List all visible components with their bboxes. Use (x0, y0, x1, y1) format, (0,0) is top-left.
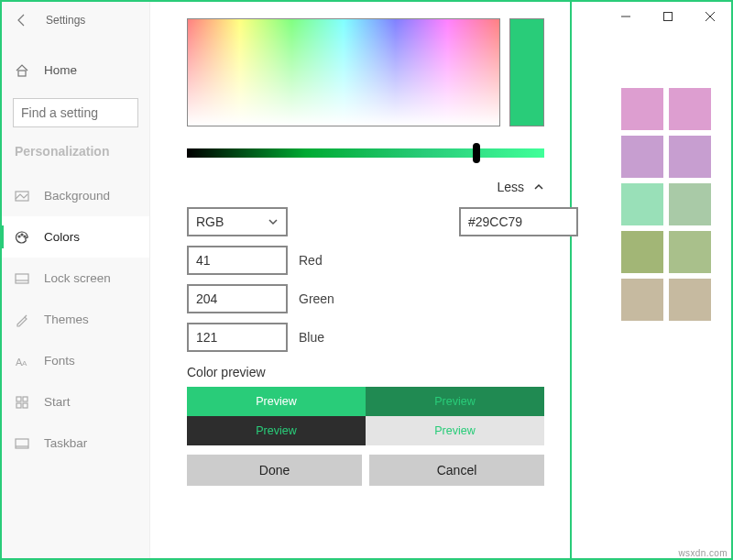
back-arrow-icon (15, 13, 29, 27)
svg-rect-4 (18, 71, 26, 76)
sidebar-heading: Personalization (2, 140, 149, 175)
svg-text:A: A (22, 359, 27, 368)
watermark: wsxdn.com (678, 548, 728, 558)
search-input[interactable] (13, 98, 138, 127)
recent-color-swatch[interactable] (669, 231, 711, 273)
recent-color-swatch[interactable] (621, 183, 663, 225)
sidebar-item-label: Background (44, 189, 110, 203)
color-mode-value: RGB (196, 214, 224, 229)
start-icon (15, 395, 29, 410)
back-title: Settings (46, 14, 85, 27)
recent-color-swatch[interactable] (621, 279, 663, 321)
lightness-thumb[interactable] (473, 143, 480, 163)
sidebar-item-taskbar[interactable]: Taskbar (2, 423, 149, 464)
green-label: Green (299, 291, 334, 306)
less-label: Less (498, 180, 525, 194)
sidebar-item-label: Taskbar (44, 436, 87, 450)
preview-title: Color preview (187, 365, 544, 379)
sidebar-item-themes[interactable]: Themes (2, 299, 149, 340)
sidebar-item-start[interactable]: Start (2, 381, 149, 423)
svg-point-6 (18, 236, 20, 237)
done-button[interactable]: Done (187, 455, 362, 486)
svg-rect-13 (16, 397, 21, 401)
close-button[interactable] (689, 2, 731, 31)
sidebar-item-background[interactable]: Background (2, 175, 149, 216)
lock-screen-icon (15, 271, 29, 286)
chevron-up-icon (533, 181, 544, 192)
recent-color-swatch[interactable] (669, 279, 711, 321)
sidebar-item-label: Lock screen (44, 271, 111, 285)
minimize-button[interactable] (605, 2, 647, 31)
saturation-value-field[interactable] (187, 18, 500, 126)
color-preview-grid: Preview Preview Preview Preview (187, 387, 544, 445)
svg-rect-9 (16, 274, 28, 283)
sidebar-item-label: Themes (44, 313, 89, 326)
color-mode-select[interactable]: RGB (187, 207, 288, 236)
svg-line-10 (25, 315, 27, 317)
svg-rect-15 (16, 403, 21, 408)
preview-swatch-1: Preview (187, 387, 366, 416)
hex-input[interactable] (459, 207, 578, 236)
sidebar-home[interactable]: Home (2, 49, 149, 91)
cancel-button[interactable]: Cancel (369, 455, 544, 486)
svg-rect-1 (664, 13, 673, 21)
preview-swatch-3: Preview (187, 416, 366, 445)
sidebar-item-lock-screen[interactable]: Lock screen (2, 258, 149, 299)
recent-color-swatch[interactable] (621, 136, 663, 178)
red-label: Red (299, 253, 323, 268)
sidebar-home-label: Home (44, 63, 77, 77)
less-toggle[interactable]: Less (187, 180, 544, 194)
green-input[interactable] (187, 284, 288, 313)
sidebar-item-label: Colors (44, 230, 80, 244)
lightness-track (187, 148, 544, 158)
home-icon (15, 63, 29, 78)
picture-icon (15, 189, 29, 203)
sidebar-item-fonts[interactable]: AA Fonts (2, 340, 149, 381)
recent-color-swatch[interactable] (621, 231, 663, 273)
svg-rect-16 (23, 403, 27, 408)
preview-swatch-4: Preview (366, 416, 544, 445)
chevron-down-icon (268, 216, 279, 227)
svg-rect-14 (23, 397, 27, 401)
svg-point-8 (24, 236, 26, 237)
recent-color-swatch[interactable] (669, 136, 711, 178)
settings-sidebar: Settings Home Personalization Background (2, 2, 150, 558)
sidebar-item-label: Start (44, 395, 71, 409)
preview-swatch-2: Preview (366, 387, 544, 416)
lightness-slider[interactable] (187, 148, 544, 159)
recent-colors-grid (621, 88, 711, 321)
red-input[interactable] (187, 246, 288, 275)
themes-icon (15, 313, 29, 327)
maximize-button[interactable] (647, 2, 689, 31)
back-header[interactable]: Settings (2, 2, 149, 38)
search-container (13, 98, 138, 127)
recent-color-swatch[interactable] (621, 88, 663, 130)
recent-color-swatch[interactable] (669, 183, 711, 225)
recent-color-swatch[interactable] (669, 88, 711, 130)
color-sample-swatch (509, 18, 544, 126)
color-picker-panel: Less RGB Red (150, 2, 572, 558)
svg-point-7 (21, 234, 23, 236)
blue-input[interactable] (187, 323, 288, 352)
blue-label: Blue (299, 330, 324, 345)
palette-icon (15, 230, 29, 245)
fonts-icon: AA (15, 354, 29, 368)
sidebar-item-label: Fonts (44, 354, 75, 368)
sidebar-item-colors[interactable]: Colors (2, 216, 149, 258)
taskbar-icon (15, 436, 29, 451)
